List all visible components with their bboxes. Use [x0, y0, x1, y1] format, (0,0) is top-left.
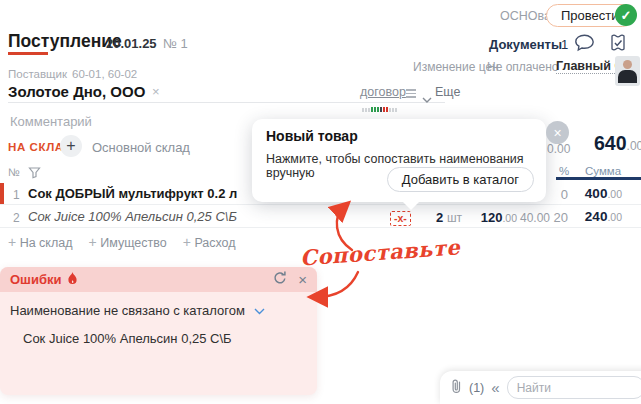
documents-count[interactable]: 1: [561, 37, 568, 52]
attachments-count: (1): [469, 381, 484, 395]
document-number-field[interactable]: № 1: [163, 36, 188, 51]
more-link[interactable]: Еще: [435, 85, 460, 99]
supplier-clear-icon[interactable]: ×: [152, 84, 160, 99]
row-number: 1: [13, 188, 20, 202]
errors-title: Ошибки: [10, 272, 61, 287]
total-vat-value: 0.00: [547, 142, 570, 156]
errors-panel: Ошибки × Наименование не связано с катал…: [0, 267, 317, 395]
row-status-marker: [0, 183, 4, 204]
error-group-chevron-icon[interactable]: [254, 301, 265, 318]
tooltip-title: Новый товар: [266, 128, 358, 144]
column-sum-header: Сумма: [585, 165, 621, 177]
row-number: 2: [13, 211, 20, 225]
posted-check-icon[interactable]: ✓: [615, 4, 637, 26]
errors-panel-header: Ошибки ×: [0, 267, 317, 292]
search-input[interactable]: [507, 376, 641, 399]
add-expense-row-link[interactable]: + Расход: [183, 234, 236, 250]
warehouse-name-link[interactable]: Основной склад: [92, 140, 190, 155]
refresh-icon[interactable]: [272, 270, 288, 290]
supplier-label: Поставщик: [8, 68, 67, 80]
errors-close-icon[interactable]: ×: [298, 271, 307, 288]
error-group-row[interactable]: Наименование не связано с каталогом: [10, 303, 245, 318]
error-item-link[interactable]: Сок Juice 100% Апельсин 0,25 С\Б: [10, 331, 307, 346]
column-percent-header: %: [559, 165, 569, 177]
document-date-field[interactable]: 20.01.25: [106, 36, 157, 51]
sum-cell[interactable]: 240.00: [560, 209, 622, 224]
paperclip-icon[interactable]: [450, 378, 462, 398]
tooltip-caret: [402, 201, 420, 210]
handwritten-annotation: Сопоставьте: [299, 234, 461, 270]
page-title: Поступление: [8, 31, 122, 52]
receipt-document-screen: ОСНОва Провести ✓ Поступление 20.01.25 №…: [0, 0, 641, 404]
column-number-header: №: [8, 166, 20, 178]
tooltip-close-icon[interactable]: ×: [546, 121, 569, 144]
supplier-name-field[interactable]: Золотое Дно, ООО: [8, 83, 145, 100]
row-divider: [0, 204, 641, 205]
price-cell[interactable]: 120.00: [470, 210, 517, 225]
arrow-to-errors: [316, 272, 358, 297]
unmatched-item-badge[interactable]: -x-: [390, 211, 411, 226]
add-to-catalog-button[interactable]: Добавить в каталог: [387, 167, 534, 192]
contract-link[interactable]: договор: [360, 85, 406, 99]
taxation-scheme-link[interactable]: ОСНОва: [500, 9, 551, 23]
avatar-head: [623, 60, 632, 69]
collapse-chevrons[interactable]: «: [491, 379, 499, 396]
qty-cell[interactable]: 2 шт: [420, 210, 462, 225]
filter-icon[interactable]: [28, 165, 41, 183]
add-item-button[interactable]: +: [60, 135, 82, 157]
plus-icon: +: [8, 234, 16, 250]
bottom-toolbar: (1) «: [440, 371, 641, 404]
price-change-status[interactable]: Изменение цен: [413, 60, 499, 74]
title-accent-underline: [8, 52, 48, 55]
new-item-tooltip: Новый товар Нажмите, чтобы сопоставить н…: [252, 119, 546, 202]
more-chevron-icon[interactable]: [422, 89, 432, 107]
row-divider: [0, 227, 641, 228]
add-warehouse-row-link[interactable]: + На склад: [8, 234, 73, 250]
comment-input[interactable]: [8, 110, 250, 132]
plus-icon: +: [183, 234, 191, 250]
documents-link[interactable]: Документы: [489, 37, 562, 52]
item-name-cell[interactable]: Сок ДОБРЫЙ мультифрукт 0.2 л: [28, 186, 237, 201]
tasks-icon[interactable]: [608, 33, 628, 57]
sum-column-underline: [556, 177, 641, 180]
sum-cell[interactable]: 400.00: [560, 186, 622, 201]
plus-icon: +: [89, 234, 97, 250]
add-property-row-link[interactable]: + Имущество: [89, 234, 167, 250]
item-name-cell[interactable]: Сок Juice 100% Апельсин 0,25 С\Б: [28, 209, 237, 224]
total-amount: 640.00: [594, 132, 641, 155]
contract-status-sparkline: [362, 100, 398, 118]
chat-icon[interactable]: [574, 34, 595, 56]
payment-status[interactable]: Не оплачено: [487, 60, 558, 74]
avatar-suit: [618, 70, 637, 83]
contract-menu-icon[interactable]: [406, 87, 416, 100]
responsible-avatar[interactable]: [615, 56, 640, 86]
flame-icon: [67, 271, 78, 289]
supplier-accounts[interactable]: 60-01, 60-02: [72, 68, 137, 80]
